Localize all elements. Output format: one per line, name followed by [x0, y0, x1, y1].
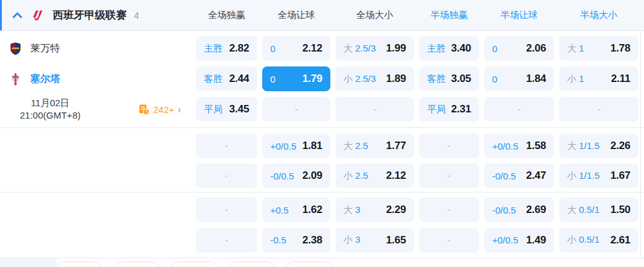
odds-cell-ou[interactable]: 小12.11	[559, 66, 638, 91]
odds-cell-empty: -	[484, 97, 554, 122]
odds-cell-ou[interactable]: 大1/1.52.26	[559, 134, 638, 158]
bottom-tab-pill[interactable]	[170, 261, 218, 267]
odds-cell-win[interactable]: 客胜3.05	[419, 66, 479, 91]
odds-cell-ou[interactable]: 大2.51.77	[335, 134, 414, 158]
home-team-row[interactable]: 莱万特	[0, 36, 191, 61]
away-team-name: 塞尔塔	[30, 73, 60, 86]
bottom-left-box	[0, 258, 55, 267]
odds-cell-win[interactable]: 客胜2.44	[196, 66, 257, 91]
odds-cell-ou[interactable]: 大2.5/31.99	[335, 36, 414, 61]
odds-cell-empty: -	[335, 97, 414, 122]
odds-cell-ou[interactable]: 大32.29	[335, 197, 414, 222]
odds-cell-hcap[interactable]: 02.06	[484, 36, 554, 61]
column-header-3: 全场大小	[335, 9, 414, 21]
odds-cell-hcap[interactable]: +0.51.62	[262, 197, 330, 222]
odds-cell-ou[interactable]: 大11.78	[559, 36, 638, 61]
odds-section-main: 莱万特 塞尔塔 11月02日 21:00(GMT+8)	[0, 31, 644, 127]
column-header-6: 半场大小	[559, 9, 638, 21]
league-header: 西班牙甲级联赛 4 全场独赢全场让球全场大小半场独赢半场让球半场大小	[0, 0, 644, 31]
odds-cell-empty: -	[419, 228, 479, 253]
odds-cell-hcap[interactable]: -0/0.52.69	[484, 197, 554, 222]
bottom-tab-pill[interactable]	[113, 261, 160, 267]
bottom-tab-pill[interactable]	[228, 261, 275, 267]
league-match-count: 4	[134, 10, 139, 20]
odds-panel: 西班牙甲级联赛 4 全场独赢全场让球全场大小半场独赢半场让球半场大小 莱万特	[0, 0, 644, 267]
odds-cell-win[interactable]: 主胜2.82	[196, 36, 257, 61]
info-spacer	[0, 228, 191, 253]
info-spacer	[0, 163, 191, 188]
odds-cell-ou[interactable]: 大0.5/11.50	[559, 197, 638, 222]
match-time: 21:00(GMT+8)	[4, 109, 97, 122]
match-datetime: 11月02日 21:00(GMT+8)	[4, 97, 97, 122]
odds-cell-ou[interactable]: 小1/1.51.67	[559, 163, 638, 188]
match-date: 11月02日	[4, 97, 97, 109]
odds-cell-hcap[interactable]: +0/0.51.58	[484, 134, 554, 158]
markets-stats-icon	[138, 104, 150, 115]
odds-section-alt-lines-1: -+0/0.51.81大2.51.77-+0/0.51.58大1/1.52.26…	[0, 127, 644, 192]
bottom-strip	[0, 258, 644, 267]
odds-cell-empty: -	[196, 197, 257, 222]
odds-cell-hcap[interactable]: -0/0.52.09	[262, 163, 330, 188]
away-team-crest-icon	[9, 73, 22, 86]
odds-cell-empty: -	[419, 134, 479, 158]
chevron-up-icon[interactable]	[12, 12, 22, 19]
match-info: 莱万特 塞尔塔 11月02日 21:00(GMT+8)	[0, 36, 191, 122]
home-team-name: 莱万特	[30, 42, 60, 55]
league-name: 西班牙甲级联赛	[53, 8, 126, 22]
odds-cell-hcap[interactable]: +0/0.51.49	[484, 228, 554, 253]
column-header-4: 半场独赢	[419, 9, 479, 21]
laliga-logo-icon	[31, 9, 44, 22]
odds-cell-win[interactable]: 主胜3.40	[419, 36, 479, 61]
home-team-crest-icon	[9, 42, 22, 55]
match-meta-row: 11月02日 21:00(GMT+8) 242+ ›	[0, 97, 191, 122]
chevron-right-icon: ›	[177, 104, 181, 115]
odds-cell-hcap[interactable]: 01.79	[262, 66, 330, 91]
odds-cell-empty: -	[262, 97, 330, 122]
info-spacer	[0, 134, 191, 158]
info-spacer	[0, 197, 191, 222]
odds-section-alt-lines-2: -+0.51.62大32.29--0/0.52.69大0.5/11.50--0.…	[0, 192, 644, 258]
away-team-row[interactable]: 塞尔塔	[0, 66, 191, 91]
odds-cell-hcap[interactable]: -0.52.38	[262, 228, 330, 253]
more-markets-count: 242+	[153, 104, 174, 115]
odds-cell-ou[interactable]: 小0.5/12.61	[559, 228, 638, 253]
odds-cell-ou[interactable]: 小31.65	[335, 228, 414, 253]
league-header-left: 西班牙甲级联赛 4	[0, 8, 191, 22]
odds-cell-empty: -	[559, 97, 638, 122]
odds-cell-hcap[interactable]: +0/0.51.81	[262, 134, 330, 158]
bottom-tab-pill[interactable]	[55, 261, 102, 267]
odds-cell-hcap[interactable]: -0/0.52.47	[484, 163, 554, 188]
odds-cell-empty: -	[419, 163, 479, 188]
odds-cell-hcap[interactable]: 02.12	[262, 36, 330, 61]
odds-cell-empty: -	[196, 163, 257, 188]
odds-cell-empty: -	[196, 228, 257, 253]
column-header-5: 半场让球	[484, 9, 554, 21]
odds-cell-win[interactable]: 平局3.45	[196, 97, 257, 122]
right-divider	[640, 31, 641, 258]
column-header-1: 全场独赢	[196, 9, 257, 21]
bottom-tab-pill[interactable]	[286, 261, 333, 267]
odds-cell-empty: -	[196, 134, 257, 158]
odds-cell-ou[interactable]: 小2.52.12	[335, 163, 414, 188]
more-markets-button[interactable]: 242+ ›	[138, 104, 181, 115]
odds-cell-ou[interactable]: 小2.5/31.89	[335, 66, 414, 91]
column-header-2: 全场让球	[262, 9, 330, 21]
odds-cell-empty: -	[419, 197, 479, 222]
odds-cell-hcap[interactable]: 01.84	[484, 66, 554, 91]
odds-cell-win[interactable]: 平局2.31	[419, 97, 479, 122]
